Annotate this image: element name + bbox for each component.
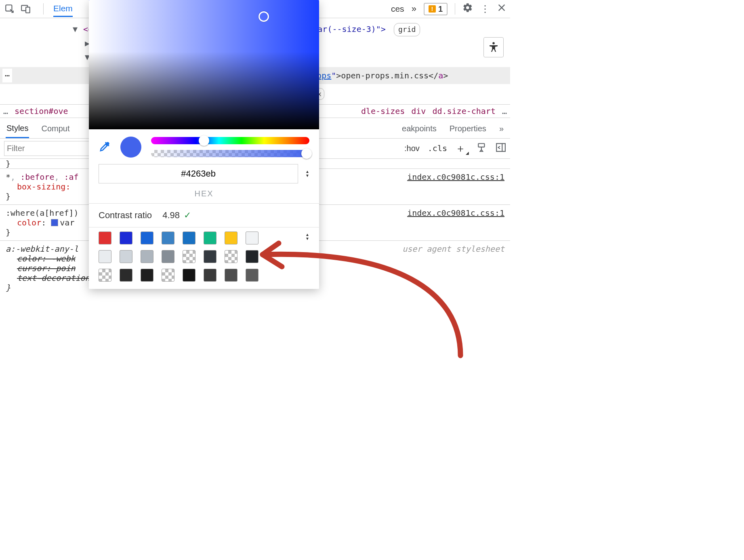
device-toggle-icon[interactable] <box>20 3 32 15</box>
breadcrumb-ellipsis[interactable]: … <box>3 106 8 116</box>
hov-toggle[interactable]: :hov <box>404 144 420 153</box>
current-color-chip <box>120 137 141 158</box>
css-prop-name[interactable]: color <box>17 218 41 227</box>
panel-tab-sources-fragment[interactable]: ces <box>391 4 404 14</box>
tab-computed[interactable]: Comput <box>40 122 70 137</box>
dom-tag: a <box>438 71 443 80</box>
issues-count: 1 <box>438 4 443 14</box>
palette-swatch[interactable] <box>225 232 237 244</box>
palette-swatch[interactable] <box>204 232 216 244</box>
saturation-value-field[interactable] <box>89 0 319 129</box>
palette-toggle-icon[interactable]: ▲▼ <box>305 233 309 240</box>
breadcrumb-item[interactable]: dle-sizes <box>361 106 405 116</box>
new-rule-plus-icon[interactable]: ＋◢ <box>455 141 469 156</box>
palette-swatch[interactable] <box>204 269 216 282</box>
palette-swatch[interactable] <box>120 232 132 244</box>
alpha-thumb[interactable] <box>301 148 312 159</box>
hue-slider[interactable] <box>151 137 309 144</box>
palette-swatch[interactable] <box>246 232 259 244</box>
css-prop-value[interactable]: var <box>60 218 74 227</box>
toggle-sidebar-icon[interactable] <box>496 142 506 155</box>
contrast-value: 4.98 <box>162 210 180 221</box>
palette-swatch[interactable] <box>162 250 174 263</box>
inspect-icon[interactable] <box>4 3 15 15</box>
palette-swatch[interactable] <box>99 232 111 244</box>
satval-cursor[interactable] <box>259 11 269 22</box>
palette-swatch[interactable] <box>141 232 153 244</box>
css-prop-name[interactable]: box-sizing: <box>17 182 70 192</box>
css-source-link[interactable]: index.c0c9081c.css:1 <box>407 172 504 182</box>
tab-breakpoints-fragment[interactable]: eakpoints <box>401 122 437 137</box>
dom-attr-value: var(--size-3)"> <box>313 24 386 34</box>
settings-gear-icon[interactable] <box>462 2 473 15</box>
contrast-ratio-row[interactable]: Contrast ratio 4.98 ✓ <box>89 204 319 227</box>
toolbar-separator <box>455 3 455 15</box>
css-selector[interactable]: a:-webkit-any-l <box>6 244 79 254</box>
paint-brush-icon[interactable] <box>477 142 488 155</box>
palette-swatch[interactable] <box>183 250 195 263</box>
css-selector[interactable]: *, :before, :af <box>6 172 79 182</box>
cls-toggle[interactable]: .cls <box>428 143 447 153</box>
palette-swatch[interactable] <box>162 232 174 244</box>
palette-swatch[interactable] <box>183 269 195 282</box>
palette-swatch[interactable] <box>183 232 195 244</box>
svg-rect-4 <box>478 143 484 147</box>
palette-swatch[interactable] <box>246 250 259 263</box>
tab-properties[interactable]: Properties <box>449 122 487 137</box>
css-selector[interactable]: :where(a[href]) <box>6 208 79 218</box>
palette-swatch[interactable] <box>120 269 132 282</box>
palette-swatch[interactable] <box>120 250 132 263</box>
palette-swatch[interactable] <box>141 250 153 263</box>
palette-swatch[interactable] <box>246 269 259 282</box>
more-tabs-icon[interactable]: » <box>412 4 416 14</box>
warning-icon: ! <box>429 5 436 13</box>
color-format-label: HEX <box>89 189 319 203</box>
palette-swatch[interactable] <box>225 250 237 263</box>
close-devtools-icon[interactable] <box>497 3 506 15</box>
hex-input[interactable] <box>99 164 298 183</box>
kebab-menu-icon[interactable]: ⋮ <box>480 3 490 15</box>
issues-badge[interactable]: ! 1 <box>424 3 448 15</box>
caret-down-icon[interactable]: ▼ <box>73 24 78 34</box>
breadcrumb-ellipsis[interactable]: … <box>502 106 507 116</box>
color-format-toggle-icon[interactable]: ▲▼ <box>305 170 309 177</box>
panel-tab-elements[interactable]: Elem <box>53 1 73 17</box>
breadcrumb-item[interactable]: section#ove <box>15 106 68 116</box>
palette-swatch[interactable] <box>99 269 111 282</box>
svg-point-3 <box>492 42 495 44</box>
palette-swatch[interactable] <box>225 269 237 282</box>
accessibility-icon[interactable] <box>483 37 504 57</box>
ua-stylesheet-label: user agent stylesheet <box>402 244 504 254</box>
svg-point-7 <box>107 142 109 145</box>
hue-thumb[interactable] <box>199 135 209 146</box>
css-source-link[interactable]: index.c0c9081c.css:1 <box>407 208 504 218</box>
ellipsis-icon[interactable]: ⋯ <box>2 69 12 82</box>
toolbar-separator <box>36 3 44 15</box>
check-icon: ✓ <box>184 210 191 221</box>
tab-styles[interactable]: Styles <box>6 121 29 138</box>
eyedropper-icon[interactable] <box>99 141 111 154</box>
breadcrumb-item[interactable]: dd.size-chart <box>432 106 496 116</box>
css-prop-overridden[interactable]: text-decoration <box>17 273 90 283</box>
more-subtabs-icon[interactable]: » <box>498 122 504 137</box>
palette-swatch[interactable] <box>141 269 153 282</box>
breadcrumb-item[interactable]: div <box>411 106 426 116</box>
color-swatch-icon[interactable] <box>51 219 58 226</box>
palette-swatch[interactable] <box>162 269 174 282</box>
dom-close: > <box>443 71 448 80</box>
palette-swatch[interactable] <box>204 250 216 263</box>
contrast-label: Contrast ratio <box>99 210 152 221</box>
grid-badge[interactable]: grid <box>394 23 420 36</box>
palette-swatches: ▲▼ <box>89 227 319 289</box>
alpha-slider[interactable] <box>151 150 309 157</box>
color-picker: ▲▼ HEX Contrast ratio 4.98 ✓ ▲▼ <box>89 0 319 289</box>
svg-rect-2 <box>26 7 30 13</box>
palette-swatch[interactable] <box>99 250 111 263</box>
dom-text: >open-props.min.css</ <box>336 71 438 80</box>
